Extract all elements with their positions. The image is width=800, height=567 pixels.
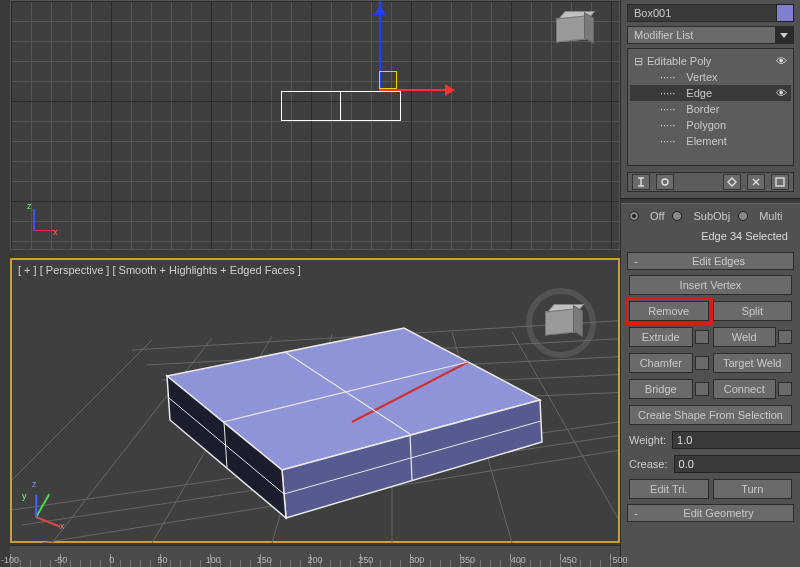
weight-input[interactable] (672, 431, 800, 449)
split-button[interactable]: Split (713, 301, 793, 321)
axis-x-icon (36, 516, 61, 527)
ruler-tick: 450 (562, 555, 577, 565)
visibility-icon[interactable]: 👁 (769, 55, 787, 67)
chamfer-button[interactable]: Chamfer (629, 353, 693, 373)
svg-rect-26 (776, 178, 784, 186)
ruler-tick: -100 (1, 555, 19, 565)
stack-item-border[interactable]: ····· Border (630, 101, 791, 117)
viewcube-front-face (545, 308, 575, 335)
viewcube[interactable] (539, 304, 583, 342)
connect-button[interactable]: Connect (713, 379, 777, 399)
axis-z-label: z (27, 201, 32, 211)
modifier-stack[interactable]: ⊟ Editable Poly 👁 ····· Vertex ····· Edg… (627, 48, 794, 166)
ruler-tick: 350 (460, 555, 475, 565)
extrude-settings-button[interactable] (695, 330, 709, 344)
weight-spinner[interactable] (672, 431, 800, 449)
svg-line-3 (12, 340, 152, 480)
visibility-icon[interactable]: 👁 (769, 87, 787, 99)
stack-toolbar (627, 172, 794, 192)
viewcube[interactable] (550, 11, 594, 49)
axis-z-icon (379, 1, 381, 91)
weight-label: Weight: (629, 434, 666, 446)
turn-button[interactable]: Turn (713, 479, 793, 499)
svg-line-4 (52, 338, 212, 543)
rollout-edit-edges[interactable]: -Edit Edges (627, 252, 794, 270)
chevron-down-icon (775, 27, 793, 43)
radio-subobj[interactable] (672, 211, 682, 221)
wire-box-half (281, 91, 341, 121)
ruler-tick: 200 (307, 555, 322, 565)
viewcube-front-face (556, 15, 586, 42)
make-unique-icon[interactable] (723, 174, 741, 190)
bridge-settings-button[interactable] (695, 382, 709, 396)
ruler-tick: 500 (612, 555, 627, 565)
object-name-field[interactable]: Box001 (627, 4, 794, 22)
object-color-swatch[interactable] (776, 4, 794, 22)
pin-stack-icon[interactable] (632, 174, 650, 190)
edit-tri-button[interactable]: Edit Tri. (629, 479, 709, 499)
command-panel: Box001 Modifier List ⊟ Editable Poly 👁 ·… (620, 0, 800, 567)
axis-x-label: x (53, 227, 58, 237)
modifier-list-dropdown[interactable]: Modifier List (627, 26, 794, 44)
viewcube-side-face (573, 305, 583, 337)
axis-tripod: x z (23, 201, 63, 241)
rollout-edit-geometry[interactable]: -Edit Geometry (627, 504, 794, 522)
axis-z-icon (35, 494, 37, 516)
crease-spinner[interactable] (674, 455, 800, 473)
weld-settings-button[interactable] (778, 330, 792, 344)
arrow-x-icon (445, 84, 461, 96)
viewport-top[interactable]: x z (10, 0, 620, 250)
ruler-tick: 150 (257, 555, 272, 565)
viewcube-side-face (584, 12, 594, 44)
selection-status: Edge 34 Selected (621, 226, 800, 250)
box-mesh (167, 328, 542, 518)
crease-label: Crease: (629, 458, 668, 470)
ruler-tick: 300 (409, 555, 424, 565)
bridge-button[interactable]: Bridge (629, 379, 693, 399)
remove-button[interactable]: Remove (629, 301, 709, 321)
stack-item-polygon[interactable]: ····· Polygon (630, 117, 791, 133)
svg-point-25 (662, 179, 668, 185)
ruler-tick: 400 (511, 555, 526, 565)
perspective-scene (12, 260, 618, 543)
arrow-z-icon (374, 0, 386, 15)
timeline-ruler[interactable]: -100-50050100150200250300350400450500 (10, 545, 620, 567)
ruler-tick: 50 (157, 555, 167, 565)
create-shape-button[interactable]: Create Shape From Selection (629, 405, 792, 425)
axis-y-label: y (22, 491, 27, 501)
selection-mode-row: Off SubObj Multi (621, 206, 800, 226)
stack-root[interactable]: ⊟ Editable Poly 👁 (630, 53, 791, 69)
stack-item-edge[interactable]: ····· Edge 👁 (630, 85, 791, 101)
configure-icon[interactable] (771, 174, 789, 190)
viewport-perspective[interactable]: [ + ] [ Perspective ] [ Smooth + Highlig… (10, 258, 620, 543)
gizmo-plane-icon (379, 71, 397, 89)
weld-button[interactable]: Weld (713, 327, 777, 347)
ruler-tick: 250 (358, 555, 373, 565)
stack-item-vertex[interactable]: ····· Vertex (630, 69, 791, 85)
axis-x-icon (33, 230, 55, 232)
svg-marker-24 (780, 33, 788, 38)
chamfer-settings-button[interactable] (695, 356, 709, 370)
axis-y-icon (35, 493, 49, 516)
remove-modifier-icon[interactable] (747, 174, 765, 190)
radio-multi[interactable] (738, 211, 748, 221)
ruler-tick: -50 (54, 555, 67, 565)
extrude-button[interactable]: Extrude (629, 327, 693, 347)
insert-vertex-button[interactable]: Insert Vertex (629, 275, 792, 295)
axis-z-label: z (32, 479, 37, 489)
ruler-tick: 100 (206, 555, 221, 565)
axis-tripod: x y z (22, 481, 72, 531)
viewcube-ring[interactable] (526, 288, 596, 358)
connect-settings-button[interactable] (778, 382, 792, 396)
target-weld-button[interactable]: Target Weld (713, 353, 793, 373)
axis-z-icon (33, 209, 35, 231)
axis-x-label: x (60, 521, 65, 531)
crease-input[interactable] (674, 455, 800, 473)
stack-item-element[interactable]: ····· Element (630, 133, 791, 149)
ruler-tick: 0 (109, 555, 114, 565)
show-end-result-icon[interactable] (656, 174, 674, 190)
radio-off[interactable] (629, 211, 639, 221)
